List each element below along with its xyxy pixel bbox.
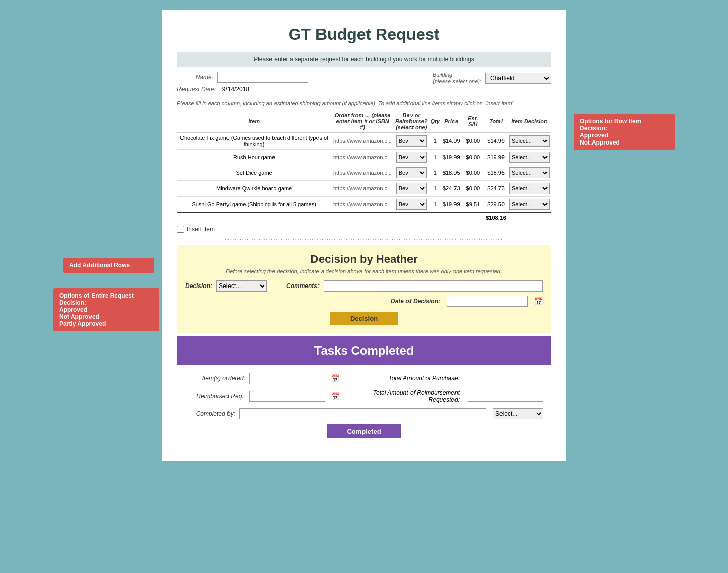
add-rows-tooltip-text: Add Additional Rows [69,262,130,269]
bev-select-5[interactable]: Bev [396,199,427,210]
item-qty-3: 1 [429,165,441,181]
comments-label: Comments: [286,282,320,290]
item-price-3: $18.95 [441,165,462,181]
items-table: Item Order from ... (please enter item #… [177,110,551,223]
table-header: Item Order from ... (please enter item #… [177,110,551,133]
completed-button-row: Completed [185,424,543,438]
decision-section-title: Decision by Heather [185,253,543,266]
decision-select-1[interactable]: Select... Approved Not Approved [509,135,550,147]
building-section: Building(please select one): Chatfield [433,72,551,85]
reimbursed-req-input[interactable] [249,391,325,402]
decision-main-select[interactable]: Select... Approved Not Approved Partly A… [216,280,267,292]
item-name-4: Mindware Qwirkle board game [177,181,331,197]
table-row: Rush Hour game https://www.amazon.c... B… [177,150,551,165]
item-sh-1: $0.00 [462,133,485,150]
name-row: Name: [177,72,433,83]
items-ordered-label: Item(s) ordered: [185,375,245,382]
item-decision-5: Select... Approved Not Approved [508,197,551,213]
decision-select-2[interactable]: Select... Approved Not Approved [509,152,550,163]
item-total-1: $14.99 [484,133,508,150]
total-purchase-label: Total Amount of Purchase: [343,375,464,382]
table-row: Set Dice game https://www.amazon.c... Be… [177,165,551,181]
item-sh-3: $0.00 [462,165,485,181]
item-bev-3: Bev [394,165,429,181]
grand-total-value: $108.16 [484,212,508,223]
insert-item-label: Insert item [187,226,215,233]
item-decision-4: Select... Approved Not Approved [508,181,551,197]
comments-input[interactable] [324,280,543,292]
total-purchase-input[interactable] [468,373,543,384]
name-building-row: Name: Request Date: 9/14/2018 Building(p… [177,72,551,96]
item-name-2: Rush Hour game [177,150,331,165]
item-name-3: Set Dice game [177,165,331,181]
grand-total-decision-empty [508,212,551,223]
item-decision-1: Select... Approved Not Approved [508,133,551,150]
items-ordered-calendar-icon[interactable]: 📅 [331,374,339,383]
decision-button-row: Decision [185,312,543,325]
tasks-content: Item(s) ordered: 📅 Total Amount of Purch… [177,365,551,446]
insert-item-checkbox[interactable] [177,226,184,233]
tasks-row-1: Item(s) ordered: 📅 Total Amount of Purch… [185,373,543,384]
page-wrapper: Options for Row Item Decision: Approved … [162,10,566,461]
item-sh-4: $0.00 [462,181,485,197]
bev-select-3[interactable]: Bev [396,167,427,178]
col-price: Price [441,110,462,133]
date-of-decision-label: Date of Decision: [185,298,440,305]
reimbursed-req-calendar-icon[interactable]: 📅 [331,392,339,400]
item-price-1: $14.99 [441,133,462,150]
item-qty-4: 1 [429,181,441,197]
col-bev-reimburse: Bev or Reimburse? (select one) [394,110,429,133]
col-item-decision: Item Decision [508,110,551,133]
tasks-section: Tasks Completed Item(s) ordered: 📅 Total… [177,336,551,446]
col-order-from: Order from ... (please enter item # or I… [331,110,394,133]
total-reimbursement-input[interactable] [468,391,543,402]
table-row: Sushi Go Partyl game (Shipping is for al… [177,197,551,213]
row-item-decision-tooltip: Options for Row Item Decision: Approved … [574,114,675,150]
dotted-divider: ········································… [177,236,551,242]
item-qty-1: 1 [429,133,441,150]
table-row: Mindware Qwirkle board game https://www.… [177,181,551,197]
table-row: Chocolate Fix game (Games used to teach … [177,133,551,150]
decision-button[interactable]: Decision [330,312,398,325]
items-ordered-input[interactable] [249,373,325,384]
decision-label: Decision: [185,282,212,290]
completed-by-input[interactable] [239,408,486,419]
completed-by-label: Completed by: [185,410,235,417]
building-select[interactable]: Chatfield [485,73,551,84]
grand-total-empty [177,212,484,223]
bev-select-1[interactable]: Bev [396,135,427,147]
item-name-1: Chocolate Fix game (Games used to teach … [177,133,331,150]
tasks-title: Tasks Completed [185,344,543,358]
tasks-row-2: Reimbursed Req.: 📅 Total Amount of Reimb… [185,389,543,403]
name-input[interactable] [217,72,308,83]
completed-button[interactable]: Completed [327,424,401,438]
completed-by-select[interactable]: Select... [493,408,543,419]
calendar-icon[interactable]: 📅 [534,297,543,305]
page-title: GT Budget Request [177,20,551,52]
item-name-5: Sushi Go Partyl game (Shipping is for al… [177,197,331,213]
col-est-sh: Est. S/H [462,110,485,133]
grand-total-row: $108.16 [177,212,551,223]
building-label: Building(please select one): [433,72,481,85]
item-price-4: $24.73 [441,181,462,197]
bev-select-4[interactable]: Bev [396,183,427,194]
tasks-row-3: Completed by: Select... [185,408,543,419]
col-qty: Qty [429,110,441,133]
item-url-5: https://www.amazon.c... [331,197,394,213]
bev-select-2[interactable]: Bev [396,152,427,163]
total-reimbursement-label: Total Amount of Reimbursement Requested: [343,389,464,403]
name-label: Name: [177,74,217,81]
item-price-2: $19.99 [441,150,462,165]
item-total-3: $18.95 [484,165,508,181]
col-item: Item [177,110,331,133]
date-of-decision-input[interactable] [447,296,528,307]
item-total-4: $24.73 [484,181,508,197]
decision-select-5[interactable]: Select... Approved Not Approved [509,199,550,210]
decision-select-4[interactable]: Select... Approved Not Approved [509,183,550,194]
decision-select-3[interactable]: Select... Approved Not Approved [509,167,550,178]
item-price-5: $19.99 [441,197,462,213]
name-section: Name: Request Date: 9/14/2018 [177,72,433,96]
item-bev-4: Bev [394,181,429,197]
item-decision-2: Select... Approved Not Approved [508,150,551,165]
col-total: Total [484,110,508,133]
